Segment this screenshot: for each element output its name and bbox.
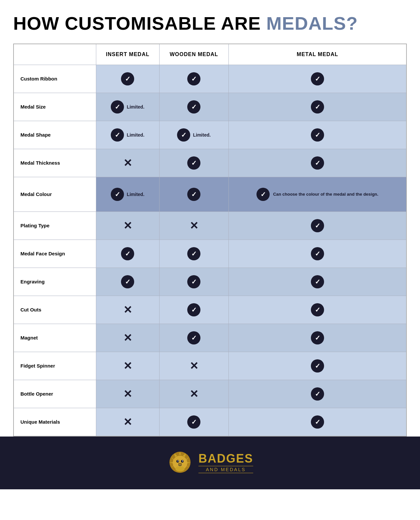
metal-cell: [229, 268, 406, 296]
col-wooden: WOODEN MEDAL: [159, 44, 229, 65]
insert-cell: ✕: [96, 296, 159, 324]
check-icon: [187, 275, 200, 288]
feature-cell: Fidget Spinner: [14, 352, 96, 380]
check-icon: [121, 247, 134, 260]
check-icon: [111, 128, 124, 142]
wooden-cell: [159, 268, 229, 296]
check-icon: [187, 100, 200, 114]
cross-icon: ✕: [190, 360, 198, 372]
col-insert: INSERT MEDAL: [96, 44, 159, 65]
feature-cell: Engraving: [14, 268, 96, 296]
metal-cell: [229, 380, 406, 408]
check-icon: [187, 72, 200, 85]
check-icon: [311, 303, 324, 316]
check-icon: [311, 156, 324, 170]
table-row: Medal Face Design: [14, 240, 406, 268]
svg-point-13: [177, 460, 178, 461]
table-row: Medal Thickness✕: [14, 149, 406, 177]
table-row: Cut Outs✕: [14, 296, 406, 324]
feature-cell: Medal Thickness: [14, 149, 96, 177]
feature-cell: Custom Ribbon: [14, 65, 96, 93]
insert-cell: ✕: [96, 408, 159, 436]
svg-point-17: [180, 463, 181, 464]
footer-logo: BADGES AND MEDALS: [167, 450, 253, 476]
feature-cell: Medal Size: [14, 93, 96, 121]
metal-cell: [229, 211, 406, 240]
feature-cell: Medal Shape: [14, 121, 96, 149]
limited-text: Limited.: [127, 132, 144, 138]
check-icon: [256, 188, 270, 201]
check-icon: [187, 247, 200, 260]
wooden-cell: ✕: [159, 211, 229, 240]
metal-cell: [229, 93, 406, 121]
metal-cell: [229, 240, 406, 268]
table-row: Plating Type✕✕: [14, 211, 406, 240]
comparison-table: INSERT MEDAL WOODEN MEDAL METAL MEDAL Cu…: [13, 44, 407, 437]
feature-cell: Medal Colour: [14, 177, 96, 211]
metal-cell: [229, 121, 406, 149]
page-wrapper: HOW CUSTOMISABLE ARE MEDALS? INSERT MEDA…: [0, 0, 420, 437]
cross-icon: ✕: [123, 360, 132, 372]
wooden-cell: [159, 240, 229, 268]
check-icon: [311, 219, 324, 232]
feature-cell: Cut Outs: [14, 296, 96, 324]
insert-cell: [96, 65, 159, 93]
insert-cell: [96, 268, 159, 296]
table-row: Bottle Opener✕✕: [14, 380, 406, 408]
wooden-cell: Limited.: [159, 121, 229, 149]
wooden-cell: [159, 177, 229, 211]
metal-cell: [229, 149, 406, 177]
table-row: Fidget Spinner✕✕: [14, 352, 406, 380]
svg-point-20: [175, 466, 185, 471]
table-row: Unique Materials✕: [14, 408, 406, 436]
check-icon: [311, 275, 324, 288]
check-icon: [187, 188, 200, 201]
cross-icon: ✕: [123, 157, 132, 169]
note-cell: Can choose the colour of the medal and t…: [234, 184, 401, 204]
insert-cell: ✕: [96, 149, 159, 177]
feature-cell: Unique Materials: [14, 408, 96, 436]
metal-cell: [229, 324, 406, 352]
title-part1: HOW CUSTOMISABLE ARE: [13, 13, 266, 34]
check-icon: [121, 72, 134, 85]
cross-icon: ✕: [123, 332, 132, 344]
metal-cell: [229, 408, 406, 436]
table-row: Custom Ribbon: [14, 65, 406, 93]
check-icon: [187, 303, 200, 316]
cross-icon: ✕: [190, 219, 198, 232]
insert-cell: [96, 240, 159, 268]
wooden-cell: [159, 408, 229, 436]
lion-icon: [167, 450, 193, 476]
brand-text: BADGES AND MEDALS: [198, 453, 253, 473]
check-icon: [311, 247, 324, 260]
feature-cell: Plating Type: [14, 211, 96, 240]
check-icon: [177, 128, 190, 142]
note-text: Can choose the colour of the medal and t…: [273, 191, 378, 197]
insert-cell: ✕: [96, 352, 159, 380]
limited-cell: Limited.: [165, 128, 224, 142]
cross-icon: ✕: [123, 388, 132, 400]
table-row: Engraving: [14, 268, 406, 296]
table-row: Medal ColourLimited.Can choose the colou…: [14, 177, 406, 211]
check-icon: [187, 415, 200, 429]
insert-cell: Limited.: [96, 177, 159, 211]
check-icon: [187, 331, 200, 344]
metal-cell: [229, 352, 406, 380]
insert-cell: Limited.: [96, 121, 159, 149]
cross-icon: ✕: [123, 304, 132, 316]
metal-cell: [229, 296, 406, 324]
check-icon: [111, 188, 124, 201]
metal-cell: Can choose the colour of the medal and t…: [229, 177, 406, 211]
feature-cell: Medal Face Design: [14, 240, 96, 268]
cross-icon: ✕: [190, 388, 198, 400]
wooden-cell: [159, 65, 229, 93]
insert-cell: ✕: [96, 211, 159, 240]
feature-cell: Bottle Opener: [14, 380, 96, 408]
wooden-cell: [159, 149, 229, 177]
metal-cell: [229, 65, 406, 93]
limited-text: Limited.: [127, 192, 144, 197]
brand-name: BADGES: [198, 453, 253, 465]
limited-cell: Limited.: [101, 128, 154, 142]
insert-cell: ✕: [96, 380, 159, 408]
table-row: Medal SizeLimited.: [14, 93, 406, 121]
